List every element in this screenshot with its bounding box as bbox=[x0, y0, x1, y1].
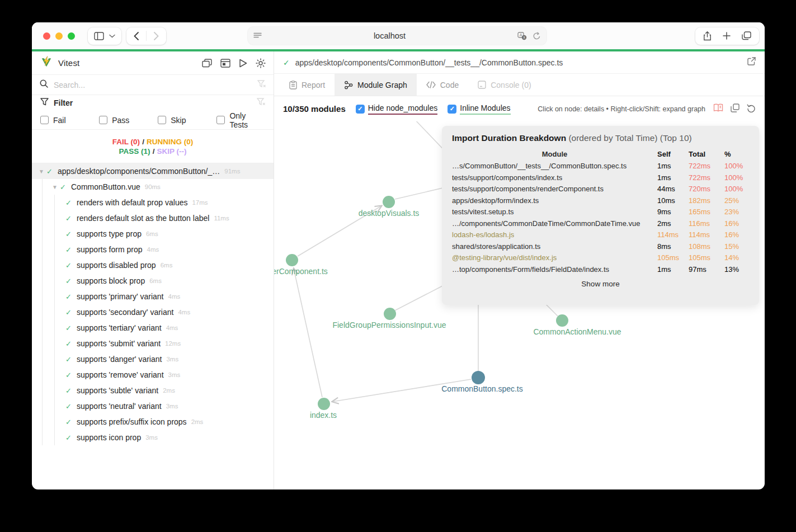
tree-test-row[interactable]: ✓supports form prop4ms bbox=[32, 242, 274, 257]
duration-label: 3ms bbox=[168, 371, 181, 378]
module-graph-canvas[interactable]: desktopVisuals.ts renderComponent.ts Fie… bbox=[274, 121, 765, 489]
filter-checkbox-fail[interactable]: Fail bbox=[40, 116, 99, 125]
clear-filter-icon[interactable] bbox=[257, 98, 265, 108]
filter-checkbox-pass[interactable]: Pass bbox=[99, 116, 158, 125]
fail-count: FAIL (0) bbox=[112, 138, 140, 146]
browser-sidebar-icon[interactable] bbox=[94, 32, 104, 40]
tree-test-row[interactable]: ✓supports 'danger' variant3ms bbox=[32, 351, 274, 367]
chevron-down-icon[interactable] bbox=[109, 34, 115, 38]
tree-test-row[interactable]: ✓supports 'subtle' variant2ms bbox=[32, 383, 274, 398]
dashboard-icon[interactable] bbox=[220, 59, 230, 68]
reset-graph-icon[interactable] bbox=[747, 103, 756, 115]
run-all-icon[interactable] bbox=[239, 59, 247, 68]
close-window-button[interactable] bbox=[43, 32, 50, 40]
tab-overview-icon[interactable] bbox=[742, 31, 751, 40]
filter-checkbox-only-tests[interactable]: Only Tests bbox=[216, 111, 265, 129]
graph-node-label[interactable]: CommonButton.spec.ts bbox=[441, 384, 523, 393]
theme-toggle-icon[interactable] bbox=[256, 58, 266, 68]
share-icon[interactable] bbox=[703, 31, 712, 41]
pass-check-icon: ✓ bbox=[65, 355, 77, 364]
tree-test-row[interactable]: ✓renders with default prop values17ms bbox=[32, 195, 274, 210]
reload-icon[interactable] bbox=[533, 32, 541, 40]
table-row[interactable]: apps/desktop/form/index.ts10ms182ms25% bbox=[452, 195, 749, 207]
filter-checkbox-skip[interactable]: Skip bbox=[158, 116, 216, 125]
new-tab-icon[interactable] bbox=[723, 32, 731, 40]
tab-console[interactable]: Console (0) bbox=[468, 74, 540, 96]
graph-node-label[interactable]: desktopVisuals.ts bbox=[359, 209, 420, 218]
checkbox-icon[interactable] bbox=[158, 116, 166, 124]
clear-filter-icon[interactable] bbox=[257, 80, 266, 90]
table-row[interactable]: tests/support/components/index.ts1ms722m… bbox=[452, 172, 749, 184]
graph-node[interactable] bbox=[383, 196, 395, 208]
export-graph-icon[interactable] bbox=[731, 103, 740, 115]
open-external-icon[interactable] bbox=[747, 57, 756, 68]
chevron-down-icon[interactable]: ▼ bbox=[39, 168, 46, 175]
graph-toolbar: 10/350 modules ✓ Hide node_modules ✓ Inl… bbox=[274, 96, 765, 121]
traffic-lights bbox=[43, 32, 75, 40]
tree-test-row[interactable]: ✓supports 'remove' variant3ms bbox=[32, 367, 274, 383]
tab-module-graph[interactable]: Module Graph bbox=[335, 74, 417, 96]
checkbox-checked-icon[interactable]: ✓ bbox=[356, 105, 365, 114]
tree-file-row[interactable]: ▼ ✓ apps/desktop/components/CommonButton… bbox=[32, 163, 274, 179]
graph-node-label[interactable]: index.ts bbox=[310, 411, 337, 420]
table-row[interactable]: shared/stores/application.ts8ms108ms15% bbox=[452, 241, 749, 253]
graph-node-label[interactable]: renderComponent.ts bbox=[274, 267, 328, 276]
panels-icon[interactable] bbox=[202, 59, 212, 68]
chevron-down-icon[interactable]: ▼ bbox=[52, 184, 60, 190]
hide-node-modules-checkbox[interactable]: ✓ Hide node_modules bbox=[356, 103, 438, 115]
tree-test-row[interactable]: ✓supports block prop6ms bbox=[32, 273, 274, 289]
minimize-window-button[interactable] bbox=[55, 32, 63, 40]
tree-test-row[interactable]: ✓supports type prop6ms bbox=[32, 226, 274, 242]
checkbox-checked-icon[interactable]: ✓ bbox=[448, 105, 456, 114]
table-row[interactable]: …top/components/Form/fields/FieldDate/in… bbox=[452, 264, 749, 276]
graph-node-label[interactable]: CommonActionMenu.vue bbox=[533, 327, 621, 336]
url-bar[interactable]: localhost A x bbox=[248, 27, 547, 45]
tree-suite-row[interactable]: ▼ ✓ CommonButton.vue 90ms bbox=[32, 179, 274, 195]
pass-check-icon: ✓ bbox=[283, 58, 290, 67]
search-input[interactable] bbox=[54, 81, 257, 90]
checkbox-icon[interactable] bbox=[40, 116, 49, 124]
tab-report[interactable]: Report bbox=[280, 74, 335, 96]
graph-node[interactable] bbox=[318, 398, 330, 410]
reader-icon[interactable] bbox=[253, 32, 262, 39]
svg-text:A: A bbox=[520, 33, 522, 37]
legend-book-icon[interactable] bbox=[713, 103, 723, 114]
tree-test-row[interactable]: ✓renders default slot as the button labe… bbox=[32, 210, 274, 226]
tree-test-row[interactable]: ✓supports 'submit' variant12ms bbox=[32, 336, 274, 351]
pass-check-icon: ✓ bbox=[65, 402, 77, 411]
checkbox-icon[interactable] bbox=[99, 116, 107, 124]
pass-check-icon: ✓ bbox=[65, 371, 77, 379]
module-count: 10/350 modules bbox=[283, 104, 346, 114]
graph-node-label[interactable]: FieldGroupPermissionsInput.vue bbox=[332, 321, 446, 329]
tree-test-row[interactable]: ✓supports icon prop3ms bbox=[32, 430, 274, 445]
table-row[interactable]: tests/support/components/renderComponent… bbox=[452, 183, 749, 195]
checkbox-icon[interactable] bbox=[216, 116, 225, 124]
tree-test-row[interactable]: ✓supports 'secondary' variant4ms bbox=[32, 304, 274, 320]
inline-modules-checkbox[interactable]: ✓ Inline Modules bbox=[448, 103, 510, 115]
table-row[interactable]: …/components/CommonDateTime/CommonDateTi… bbox=[452, 218, 749, 230]
table-row[interactable]: lodash-es/lodash.js114ms114ms16% bbox=[452, 229, 749, 241]
graph-node[interactable] bbox=[286, 254, 298, 266]
back-button[interactable] bbox=[134, 32, 139, 40]
tree-test-row[interactable]: ✓supports 'tertiary' variant4ms bbox=[32, 320, 274, 336]
duration-label: 6ms bbox=[146, 230, 158, 237]
tab-code[interactable]: Code bbox=[417, 74, 468, 96]
graph-node[interactable] bbox=[384, 308, 396, 320]
table-row[interactable]: …s/CommonButton/__tests__/CommonButton.s… bbox=[452, 161, 749, 172]
table-row[interactable]: @testing-library/vue/dist/index.js105ms1… bbox=[452, 252, 749, 264]
tree-test-row[interactable]: ✓supports disabled prop6ms bbox=[32, 257, 274, 273]
sidebar: Vitest bbox=[32, 51, 274, 489]
table-row[interactable]: tests/vitest.setup.ts9ms165ms23% bbox=[452, 206, 749, 218]
translate-icon[interactable]: A x bbox=[517, 32, 527, 40]
zoom-window-button[interactable] bbox=[68, 32, 75, 40]
tree-test-row[interactable]: ✓supports 'primary' variant4ms bbox=[32, 289, 274, 304]
vitest-logo-icon bbox=[40, 55, 53, 71]
tree-test-row[interactable]: ✓supports 'neutral' variant3ms bbox=[32, 398, 274, 414]
duration-label: 91ms bbox=[224, 168, 240, 175]
duration-label: 4ms bbox=[178, 309, 190, 316]
forward-button[interactable] bbox=[154, 32, 159, 40]
graph-node-selected[interactable] bbox=[472, 371, 485, 384]
tree-test-row[interactable]: ✓supports prefix/suffix icon props2ms bbox=[32, 414, 274, 430]
graph-node[interactable] bbox=[556, 314, 568, 327]
show-more-button[interactable]: Show more bbox=[452, 280, 749, 288]
